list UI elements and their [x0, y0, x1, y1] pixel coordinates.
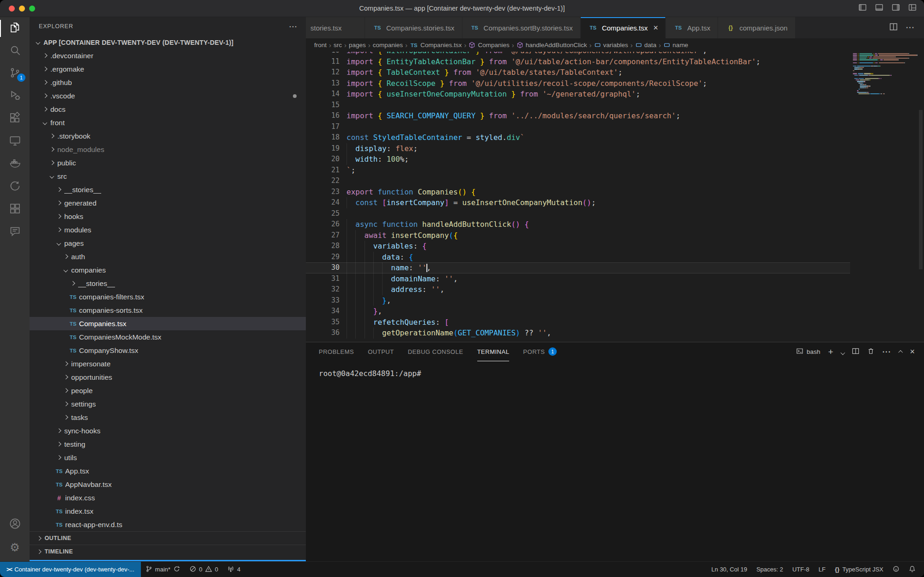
- tree-item-settings[interactable]: settings: [30, 397, 306, 411]
- tree-item-src[interactable]: src: [30, 170, 306, 183]
- tree-item-opportunities[interactable]: opportunities: [30, 370, 306, 384]
- cursor-position-status[interactable]: Ln 30, Col 19: [707, 562, 752, 577]
- panel-tab-problems[interactable]: PROBLEMS: [319, 342, 354, 361]
- tree-item-people[interactable]: people: [30, 384, 306, 397]
- editor-scrollbar[interactable]: [918, 52, 924, 342]
- close-panel-button[interactable]: ×: [910, 347, 915, 357]
- chevron-right-icon[interactable]: [40, 108, 49, 111]
- chevron-down-icon[interactable]: [54, 242, 63, 245]
- tab-Companies.stories.tsx[interactable]: TSCompanies.stories.tsx: [365, 17, 462, 38]
- chevron-right-icon[interactable]: [61, 402, 70, 406]
- tree-item-CompanyShow.tsx[interactable]: TSCompanyShow.tsx: [30, 344, 306, 357]
- scrollbar-thumb[interactable]: [919, 110, 923, 269]
- tree-item-auth[interactable]: auth: [30, 250, 306, 263]
- tree-item-.github[interactable]: .github: [30, 76, 306, 89]
- breadcrumb-Companies[interactable]: Companies: [468, 42, 509, 49]
- chevron-right-icon[interactable]: [47, 148, 56, 151]
- tree-item-docs[interactable]: docs: [30, 103, 306, 116]
- chevron-down-icon[interactable]: [61, 268, 70, 272]
- minimap[interactable]: [850, 52, 918, 342]
- chevron-right-icon[interactable]: [40, 67, 49, 71]
- tree-item-companies[interactable]: companies: [30, 263, 306, 277]
- activity-item-run-debug[interactable]: [0, 85, 30, 108]
- tree-item-companies-sorts.tsx[interactable]: TScompanies-sorts.tsx: [30, 304, 306, 317]
- split-terminal-button[interactable]: [852, 347, 859, 357]
- tree-item-APP [CONTAINER DEV-TWENTY-DEV (DEV-TWENTY-DEV-1)][interactable]: APP [CONTAINER DEV-TWENTY-DEV (DEV-TWENT…: [30, 36, 306, 49]
- zoom-window-button[interactable]: [29, 6, 35, 12]
- section-outline[interactable]: OUTLINE: [30, 531, 306, 545]
- chevron-right-icon[interactable]: [61, 376, 70, 379]
- tree-item-companies-filters.tsx[interactable]: TScompanies-filters.tsx: [30, 290, 306, 304]
- panel-tab-terminal[interactable]: TERMINAL: [477, 342, 510, 361]
- explorer-more-actions-button[interactable]: ···: [289, 23, 298, 30]
- terminal[interactable]: root@0a42ecd84891:/app#: [306, 361, 924, 561]
- breadcrumb-variables[interactable]: variables: [594, 42, 628, 49]
- activity-item-settings-gear[interactable]: ⚙: [0, 536, 30, 559]
- activity-item-extensions[interactable]: [0, 108, 30, 130]
- terminal-profile-dropdown[interactable]: [841, 348, 845, 356]
- tree-item-generated[interactable]: generated: [30, 196, 306, 210]
- activity-item-docker[interactable]: [0, 153, 30, 176]
- minimize-window-button[interactable]: [19, 6, 25, 12]
- language-mode-status[interactable]: {} TypeScript JSX: [830, 562, 888, 577]
- tree-item-AppNavbar.tsx[interactable]: TSAppNavbar.tsx: [30, 478, 306, 491]
- chevron-right-icon[interactable]: [40, 54, 49, 57]
- tree-item-App.tsx[interactable]: TSApp.tsx: [30, 464, 306, 478]
- tree-item-.devcontainer[interactable]: .devcontainer: [30, 49, 306, 62]
- breadcrumb-name[interactable]: name: [663, 42, 688, 49]
- close-tab-icon[interactable]: ×: [653, 23, 658, 33]
- breadcrumb-companies[interactable]: companies: [373, 42, 403, 49]
- eol-status[interactable]: LF: [814, 562, 830, 577]
- toggle-panel-icon[interactable]: [875, 3, 883, 13]
- activity-item-account[interactable]: [0, 513, 30, 536]
- chevron-right-icon[interactable]: [68, 282, 77, 285]
- panel-tab-output[interactable]: OUTPUT: [368, 342, 394, 361]
- chevron-right-icon[interactable]: [61, 416, 70, 419]
- branch-status[interactable]: main*: [141, 562, 185, 577]
- kill-terminal-button[interactable]: [867, 347, 875, 357]
- tree-item-pages[interactable]: pages: [30, 237, 306, 250]
- tab-Companies.sortBy.stories.tsx[interactable]: TSCompanies.sortBy.stories.tsx: [462, 17, 581, 38]
- breadcrumb-src[interactable]: src: [334, 42, 342, 49]
- tree-item-hooks[interactable]: hooks: [30, 210, 306, 223]
- chevron-right-icon[interactable]: [54, 188, 63, 191]
- editor-more-actions-icon[interactable]: ···: [906, 24, 915, 32]
- chevron-right-icon[interactable]: [54, 443, 63, 446]
- tree-item-.storybook[interactable]: .storybook: [30, 129, 306, 143]
- panel-tab-ports[interactable]: PORTS1: [523, 342, 557, 361]
- tree-item-utils[interactable]: utils: [30, 451, 306, 464]
- tree-item-.vscode[interactable]: .vscode: [30, 89, 306, 103]
- maximize-panel-button[interactable]: [899, 348, 902, 356]
- customize-layout-icon[interactable]: [908, 3, 917, 13]
- breadcrumb-Companies.tsx[interactable]: TSCompanies.tsx: [410, 42, 462, 49]
- tree-item-testing[interactable]: testing: [30, 437, 306, 451]
- toggle-sidebar-icon[interactable]: [858, 3, 867, 13]
- sidebar-resize-sash[interactable]: [30, 560, 306, 561]
- tree-item-front[interactable]: front: [30, 116, 306, 129]
- tree-item-__stories__[interactable]: __stories__: [30, 277, 306, 290]
- chevron-right-icon[interactable]: [61, 255, 70, 258]
- chevron-right-icon[interactable]: [54, 456, 63, 459]
- split-editor-icon[interactable]: [889, 23, 898, 33]
- ports-status[interactable]: 4: [223, 562, 245, 577]
- terminal-more-actions-button[interactable]: ···: [882, 348, 891, 356]
- breadcrumb-handleAddButtonClick[interactable]: handleAddButtonClick: [517, 42, 587, 49]
- encoding-status[interactable]: UTF-8: [788, 562, 814, 577]
- toggle-secondary-sidebar-icon[interactable]: [892, 3, 900, 13]
- chevron-right-icon[interactable]: [61, 389, 70, 392]
- code-editor[interactable]: 10import { WithTopBarContainer } from '@…: [306, 52, 924, 342]
- chevron-right-icon[interactable]: [40, 81, 49, 84]
- chevron-right-icon[interactable]: [47, 134, 56, 138]
- tree-item-react-app-env.d.ts[interactable]: TSreact-app-env.d.ts: [30, 518, 306, 531]
- activity-item-search[interactable]: [0, 40, 30, 62]
- notifications-status[interactable]: [904, 562, 920, 577]
- chevron-down-icon[interactable]: [47, 175, 56, 178]
- tree-item-index.css[interactable]: #index.css: [30, 491, 306, 504]
- chevron-down-icon[interactable]: [33, 41, 43, 44]
- tree-item-Companies.tsx[interactable]: TSCompanies.tsx: [30, 317, 306, 330]
- tree-item-index.tsx[interactable]: TSindex.tsx: [30, 504, 306, 518]
- activity-item-source-control[interactable]: 1: [0, 62, 30, 85]
- indentation-status[interactable]: Spaces: 2: [752, 562, 788, 577]
- terminal-shell-select[interactable]: bash: [796, 347, 820, 356]
- tree-item-sync-hooks[interactable]: sync-hooks: [30, 424, 306, 437]
